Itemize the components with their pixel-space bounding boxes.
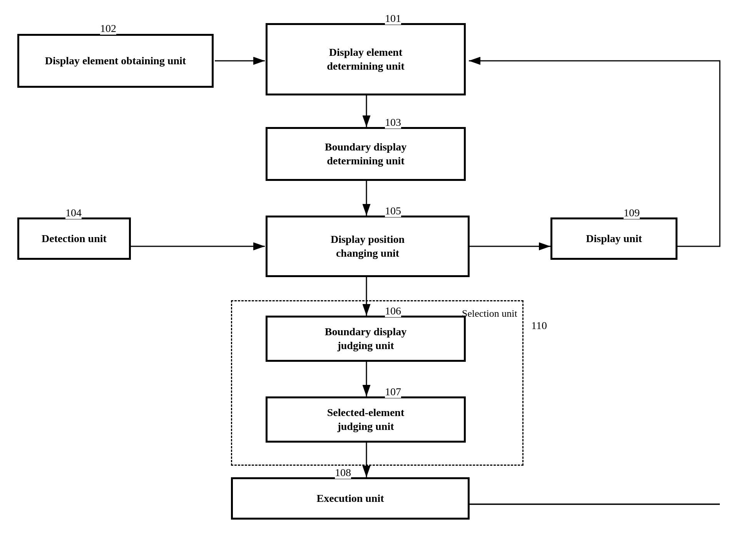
box-108-label: Execution unit [316, 491, 384, 505]
box-105-label: Display positionchanging unit [331, 232, 405, 261]
label-101: 101 [385, 12, 401, 25]
box-106-label: Boundary displayjudging unit [325, 325, 406, 353]
box-109: Display unit [550, 217, 677, 260]
label-selection-unit: Selection unit [462, 308, 517, 319]
box-107-label: Selected-elementjudging unit [327, 406, 405, 434]
box-104: Detection unit [17, 217, 131, 260]
label-107: 107 [385, 386, 401, 398]
box-106: Boundary displayjudging unit [266, 316, 466, 362]
label-104: 104 [65, 207, 82, 219]
label-103: 103 [385, 116, 401, 129]
box-109-label: Display unit [586, 232, 642, 246]
box-102-label: Display element obtaining unit [45, 54, 186, 68]
label-102: 102 [100, 22, 116, 35]
box-108: Execution unit [231, 477, 470, 520]
label-109: 109 [624, 207, 640, 219]
box-105: Display positionchanging unit [266, 216, 470, 277]
label-106: 106 [385, 305, 401, 317]
box-101: Display elementdetermining unit [266, 23, 466, 95]
box-107: Selected-elementjudging unit [266, 396, 466, 443]
label-110: 110 [531, 319, 547, 332]
diagram-container: Display element obtaining unit 102 Displ… [0, 0, 756, 550]
label-108: 108 [335, 466, 351, 479]
box-102: Display element obtaining unit [17, 34, 214, 88]
box-101-label: Display elementdetermining unit [327, 45, 404, 74]
box-104-label: Detection unit [42, 232, 107, 246]
box-103: Boundary displaydetermining unit [266, 127, 466, 181]
label-105: 105 [385, 205, 401, 217]
box-103-label: Boundary displaydetermining unit [325, 140, 406, 168]
